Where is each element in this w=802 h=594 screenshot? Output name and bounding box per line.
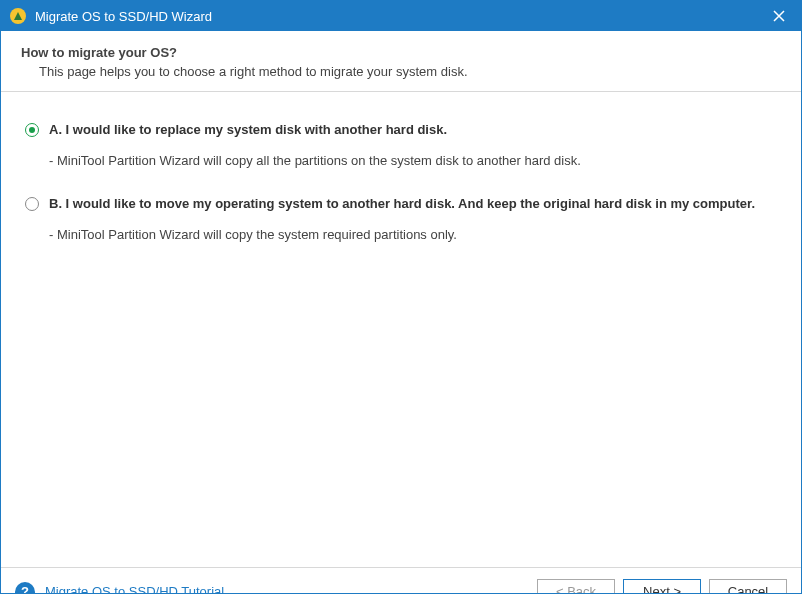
option-b-label: B. I would like to move my operating sys…: [49, 196, 755, 213]
wizard-content: A. I would like to replace my system dis…: [1, 92, 801, 567]
option-a: A. I would like to replace my system dis…: [25, 122, 777, 168]
app-icon: [9, 7, 27, 25]
radio-icon: [25, 123, 39, 137]
window-title: Migrate OS to SSD/HD Wizard: [35, 9, 765, 24]
option-b-description: - MiniTool Partition Wizard will copy th…: [49, 227, 777, 242]
titlebar: Migrate OS to SSD/HD Wizard: [1, 1, 801, 31]
option-b: B. I would like to move my operating sys…: [25, 196, 777, 242]
tutorial-link[interactable]: Migrate OS to SSD/HD Tutorial: [45, 584, 224, 594]
wizard-footer: ? Migrate OS to SSD/HD Tutorial < Back N…: [1, 567, 801, 594]
next-button[interactable]: Next >: [623, 579, 701, 595]
back-button: < Back: [537, 579, 615, 595]
page-subtitle: This page helps you to choose a right me…: [21, 64, 781, 79]
close-button[interactable]: [765, 2, 793, 30]
option-a-label: A. I would like to replace my system dis…: [49, 122, 447, 139]
wizard-header: How to migrate your OS? This page helps …: [1, 31, 801, 92]
radio-icon: [25, 197, 39, 211]
option-a-description: - MiniTool Partition Wizard will copy al…: [49, 153, 777, 168]
option-a-radio-row[interactable]: A. I would like to replace my system dis…: [25, 122, 777, 139]
option-b-radio-row[interactable]: B. I would like to move my operating sys…: [25, 196, 777, 213]
cancel-button[interactable]: Cancel: [709, 579, 787, 595]
help-icon: ?: [15, 582, 35, 595]
page-title: How to migrate your OS?: [21, 45, 781, 60]
